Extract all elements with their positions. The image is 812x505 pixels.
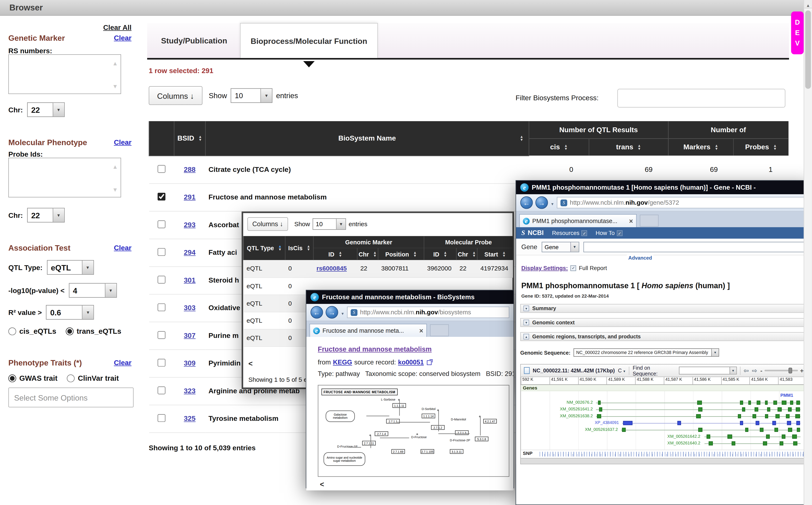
qtl-row[interactable]: eQTL0rs600084522380078113962000224197293… — [244, 260, 513, 277]
transcript-row[interactable]: XM_005261642.2 — [521, 434, 807, 440]
pvalue-select[interactable]: 4 — [69, 283, 117, 298]
cis-eqtls-radio[interactable] — [8, 327, 16, 335]
address-bar[interactable]: http://www.ncbi.nlm.nih.gov/biosystems — [347, 307, 509, 318]
scroll-up-button[interactable] — [804, 0, 812, 8]
row-checkbox[interactable] — [158, 303, 166, 311]
row-checkbox[interactable] — [158, 220, 166, 228]
clear-all-link[interactable]: Clear All — [103, 24, 131, 31]
forward-button[interactable] — [325, 306, 338, 319]
molecular-phenotype-chr-select[interactable]: 22 — [27, 208, 64, 222]
rs-number-link[interactable]: rs6000845 — [317, 265, 347, 272]
scrollbar[interactable] — [804, 0, 812, 505]
marker-position-column-header[interactable]: Position — [378, 248, 424, 260]
sort-icon[interactable] — [444, 251, 447, 257]
new-tab-button[interactable] — [640, 215, 658, 227]
collapse-icon[interactable] — [523, 320, 529, 325]
biosystem-title-link[interactable]: Fructose and mannose metabolism — [318, 345, 432, 353]
probe-ids-input[interactable] — [9, 158, 120, 197]
probes-column-header[interactable]: Probes — [734, 139, 788, 156]
address-bar[interactable]: http://www.ncbi.nlm.nih.gov/gene/5372 — [557, 197, 807, 208]
genomic-sequence-select[interactable]: NC_000022 chromosome 22 reference GRCh38… — [574, 348, 719, 357]
database-select[interactable]: Gene — [542, 241, 579, 252]
browser-tab[interactable]: Fructose and mannose meta... — [309, 324, 427, 337]
popup-columns-button[interactable]: Columns ↓ — [247, 217, 288, 231]
trans-column-header[interactable]: trans — [589, 139, 668, 156]
window-titlebar[interactable]: Fructose and mannose metabolism - BioSys… — [306, 290, 514, 304]
association-test-clear-link[interactable]: Clear — [114, 244, 131, 252]
sort-icon[interactable] — [715, 144, 718, 150]
bsid-link[interactable]: 303 — [184, 304, 196, 312]
transcript-row[interactable]: XM_005261640.2 — [521, 440, 807, 447]
row-checkbox[interactable] — [158, 414, 166, 422]
markers-column-header[interactable]: Markers — [668, 139, 734, 156]
new-tab-button[interactable] — [430, 324, 449, 336]
cis-column-header[interactable]: cis — [529, 139, 589, 156]
clinvar-trait-radio[interactable] — [67, 374, 75, 382]
probe-chr-column-header[interactable]: Chr — [457, 248, 477, 260]
bsid-link[interactable]: 291 — [184, 193, 196, 201]
sort-icon[interactable] — [564, 144, 568, 150]
popup-entries-select[interactable]: 10 — [313, 218, 346, 230]
tab-study-publication[interactable]: Study/Publication — [150, 23, 239, 58]
section-summary[interactable]: Summary — [520, 304, 807, 313]
browser-tab[interactable]: PMM1 phosphomannomutase... — [519, 214, 637, 227]
columns-button[interactable]: Columns ↓ — [149, 86, 203, 105]
pan-left-icon[interactable]: ⇦ — [744, 367, 749, 374]
probe-start-column-header[interactable]: Start — [477, 248, 513, 260]
section-genomic-regions[interactable]: Genomic regions, transcripts, and produc… — [520, 332, 807, 341]
sort-icon[interactable] — [373, 251, 377, 257]
zoom-slider[interactable] — [764, 370, 798, 371]
sort-icon[interactable] — [520, 135, 523, 141]
history-dropdown-icon[interactable] — [341, 308, 344, 317]
iscis-column-header[interactable]: IsCis — [285, 236, 313, 260]
molecular-phenotype-clear-link[interactable]: Clear — [114, 139, 131, 146]
zoom-out-icon[interactable]: - — [760, 367, 762, 374]
rs-numbers-input[interactable] — [9, 55, 120, 94]
config-dropdown[interactable]: C — [618, 368, 626, 373]
row-checkbox[interactable] — [158, 248, 166, 256]
window-titlebar[interactable]: PMM1 phosphomannomutase 1 [Homo sapiens … — [516, 181, 811, 194]
history-dropdown-icon[interactable] — [551, 198, 554, 207]
row-checkbox[interactable] — [158, 386, 166, 394]
chevron-down-icon[interactable] — [112, 81, 118, 90]
back-button[interactable] — [520, 196, 533, 209]
display-settings-link[interactable]: Display Settings: — [521, 265, 568, 271]
sort-icon[interactable] — [502, 251, 506, 257]
sort-icon[interactable] — [637, 144, 641, 150]
zoom-in-icon[interactable]: + — [800, 367, 804, 374]
entries-select[interactable]: 10 — [231, 89, 272, 103]
check-dropdown-icon[interactable] — [571, 265, 576, 271]
section-genomic-context[interactable]: Genomic context — [520, 318, 807, 327]
genetic-marker-chr-select[interactable]: 22 — [27, 102, 64, 117]
probe-id-column-header[interactable]: ID — [424, 248, 457, 260]
biosystem-name-column-header[interactable]: BioSystem Name — [205, 121, 529, 156]
resources-menu[interactable]: Resources — [552, 230, 587, 236]
gwas-trait-radio[interactable] — [8, 374, 16, 382]
bsid-link[interactable]: 294 — [184, 248, 196, 257]
sort-icon[interactable] — [472, 251, 476, 257]
search-input[interactable] — [583, 241, 806, 252]
row-checkbox[interactable] — [158, 359, 166, 366]
find-sequence-input[interactable] — [679, 366, 737, 374]
forward-button[interactable] — [535, 196, 548, 209]
trans-eqtls-radio[interactable] — [66, 327, 74, 335]
phenotype-traits-clear-link[interactable]: Clear — [114, 359, 131, 367]
marker-chr-column-header[interactable]: Chr — [357, 248, 378, 260]
scrollbar-thumb[interactable] — [805, 10, 811, 89]
transcript-row[interactable]: XM_005261637.2 — [521, 427, 807, 433]
r2-select[interactable]: 0.6 — [46, 305, 94, 320]
bsid-column-header[interactable]: BSID — [174, 121, 205, 156]
bsid-link[interactable]: 293 — [184, 221, 196, 229]
sort-icon[interactable] — [307, 245, 310, 251]
bsid-link[interactable]: 307 — [184, 332, 196, 340]
sort-asc-icon[interactable] — [278, 245, 282, 251]
chevron-up-icon[interactable] — [112, 58, 118, 67]
bsid-link[interactable]: 309 — [184, 359, 196, 367]
row-checkbox[interactable] — [158, 165, 166, 173]
bsid-link[interactable]: 301 — [184, 276, 196, 284]
scroll-left-icon[interactable] — [248, 359, 253, 368]
qtl-type-column-header[interactable]: QTL Type — [244, 236, 285, 260]
chevron-down-icon[interactable] — [112, 185, 118, 193]
sort-icon[interactable] — [338, 251, 342, 257]
zoom-slider-thumb[interactable] — [788, 368, 792, 373]
